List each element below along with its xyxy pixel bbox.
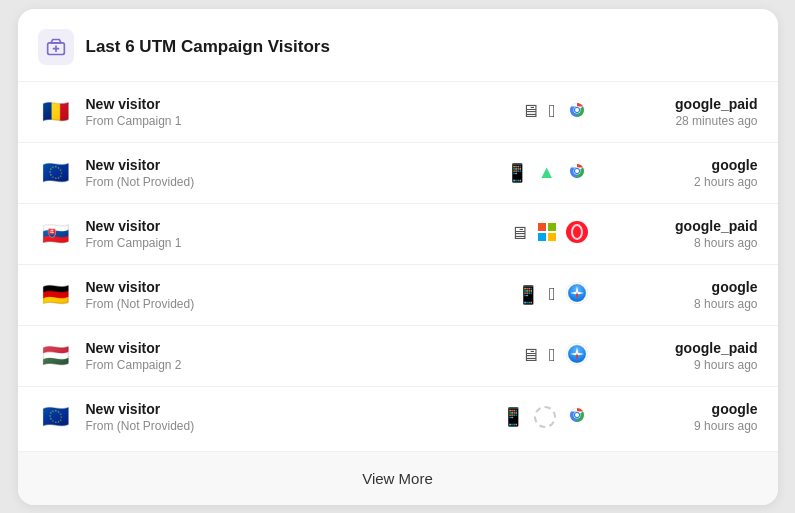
header-icon	[38, 29, 74, 65]
visitor-row: 🇪🇺 New visitor From (Not Provided) 📱 goo…	[18, 386, 778, 447]
device-icon: 📱	[517, 284, 539, 306]
browser-icon	[566, 99, 588, 125]
source-time: 8 hours ago	[628, 236, 758, 250]
device-icon: 🖥	[510, 223, 528, 244]
source-name: google_paid	[628, 340, 758, 356]
visitor-name: New visitor	[86, 96, 521, 112]
visitor-row: 🇩🇪 New visitor From (Not Provided) 📱  g…	[18, 264, 778, 325]
source-name: google	[628, 157, 758, 173]
visitors-list: 🇷🇴 New visitor From Campaign 1 🖥  googl…	[18, 81, 778, 447]
source-name: google_paid	[628, 218, 758, 234]
visitor-row: 🇷🇴 New visitor From Campaign 1 🖥  googl…	[18, 81, 778, 142]
device-icon: 🖥	[521, 345, 539, 366]
device-icon: 📱	[502, 406, 524, 428]
os-icon	[534, 406, 556, 428]
visitor-campaign: From (Not Provided)	[86, 175, 506, 189]
browser-icon	[566, 343, 588, 369]
visitor-info: New visitor From (Not Provided)	[86, 279, 517, 311]
visitor-info: New visitor From Campaign 1	[86, 96, 521, 128]
card-title: Last 6 UTM Campaign Visitors	[86, 37, 330, 57]
visitor-info: New visitor From (Not Provided)	[86, 157, 506, 189]
source-info: google 9 hours ago	[628, 401, 758, 433]
visitor-icons: 📱	[502, 404, 588, 430]
visitor-name: New visitor	[86, 401, 502, 417]
source-name: google	[628, 401, 758, 417]
source-time: 28 minutes ago	[628, 114, 758, 128]
visitor-info: New visitor From (Not Provided)	[86, 401, 502, 433]
device-icon: 📱	[506, 162, 528, 184]
visitor-campaign: From (Not Provided)	[86, 297, 517, 311]
visitor-name: New visitor	[86, 218, 510, 234]
visitor-campaign: From (Not Provided)	[86, 419, 502, 433]
source-time: 9 hours ago	[628, 419, 758, 433]
device-icon: 🖥	[521, 101, 539, 122]
visitor-icons: 🖥 	[521, 343, 588, 369]
visitor-row: 🇭🇺 New visitor From Campaign 2 🖥  googl…	[18, 325, 778, 386]
source-name: google_paid	[628, 96, 758, 112]
source-time: 2 hours ago	[628, 175, 758, 189]
visitor-name: New visitor	[86, 157, 506, 173]
visitor-icons: 📱 ▲	[506, 160, 588, 186]
source-info: google_paid 9 hours ago	[628, 340, 758, 372]
visitor-row: 🇪🇺 New visitor From (Not Provided) 📱 ▲ g…	[18, 142, 778, 203]
visitor-icons: 🖥	[510, 221, 588, 247]
browser-icon	[566, 404, 588, 430]
visitor-row: 🇸🇰 New visitor From Campaign 1 🖥 google_…	[18, 203, 778, 264]
os-icon: ▲	[538, 162, 556, 183]
svg-point-35	[575, 413, 579, 417]
os-icon	[538, 223, 556, 245]
visitor-info: New visitor From Campaign 1	[86, 218, 510, 250]
svg-point-7	[575, 108, 579, 112]
visitor-flag: 🇪🇺	[38, 399, 74, 435]
unknown-os-icon	[534, 406, 556, 428]
svg-rect-15	[538, 233, 546, 241]
os-icon: 	[549, 101, 556, 122]
visitor-name: New visitor	[86, 340, 521, 356]
browser-icon	[566, 282, 588, 308]
visitor-icons: 📱 	[517, 282, 588, 308]
visitor-flag: 🇩🇪	[38, 277, 74, 313]
visitor-flag: 🇪🇺	[38, 155, 74, 191]
source-info: google_paid 28 minutes ago	[628, 96, 758, 128]
source-time: 9 hours ago	[628, 358, 758, 372]
svg-rect-14	[548, 223, 556, 231]
view-more-button[interactable]: View More	[18, 451, 778, 505]
browser-icon	[566, 160, 588, 186]
source-time: 8 hours ago	[628, 297, 758, 311]
source-info: google 2 hours ago	[628, 157, 758, 189]
visitor-flag: 🇸🇰	[38, 216, 74, 252]
source-name: google	[628, 279, 758, 295]
source-info: google_paid 8 hours ago	[628, 218, 758, 250]
svg-point-12	[575, 169, 579, 173]
source-info: google 8 hours ago	[628, 279, 758, 311]
os-icon: 	[549, 345, 556, 366]
svg-rect-13	[538, 223, 546, 231]
visitor-flag: 🇭🇺	[38, 338, 74, 374]
browser-icon	[566, 221, 588, 247]
visitor-name: New visitor	[86, 279, 517, 295]
visitor-icons: 🖥 	[521, 99, 588, 125]
visitor-campaign: From Campaign 1	[86, 236, 510, 250]
visitor-campaign: From Campaign 1	[86, 114, 521, 128]
utm-visitors-card: Last 6 UTM Campaign Visitors 🇷🇴 New visi…	[18, 9, 778, 505]
visitor-flag: 🇷🇴	[38, 94, 74, 130]
os-icon: 	[549, 284, 556, 305]
svg-rect-16	[548, 233, 556, 241]
visitor-campaign: From Campaign 2	[86, 358, 521, 372]
card-header: Last 6 UTM Campaign Visitors	[18, 29, 778, 81]
visitor-info: New visitor From Campaign 2	[86, 340, 521, 372]
